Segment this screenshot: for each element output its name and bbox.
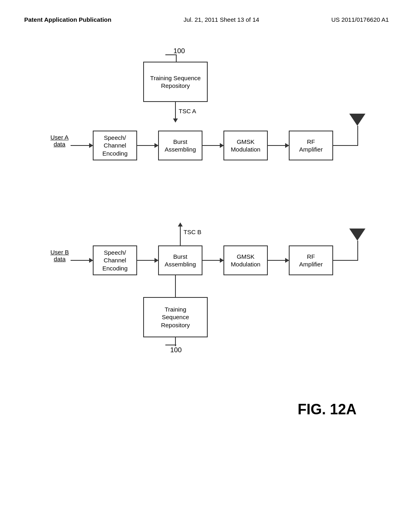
speech-to-burst-b-arrow xyxy=(137,260,158,261)
fig-label: FIG. 12A xyxy=(298,401,357,418)
header-date: Jul. 21, 2011 Sheet 13 of 14 xyxy=(184,16,259,23)
speech-channel-b-box: Speech/ChannelEncoding xyxy=(93,245,137,275)
gmsk-modulation-b-box: GMSKModulation xyxy=(223,245,268,275)
top-repo-box: Training Sequence Repository xyxy=(143,62,208,102)
rf-amplifier-b-box: RFAmplifier xyxy=(289,245,333,275)
gmsk-modulation-a-box: GMSKModulation xyxy=(223,131,268,160)
diagram-area: 100 Training Sequence Repository TSC A U… xyxy=(24,47,389,490)
bot-repo-tick xyxy=(165,345,176,345)
page: Patent Application Publication Jul. 21, … xyxy=(0,0,413,532)
user-b-arrow xyxy=(71,260,93,261)
tsc-a-arrow xyxy=(175,102,176,122)
gmsk-to-rf-b-arrow xyxy=(268,260,289,261)
bot-repo-to-tsc-b-line xyxy=(175,275,176,297)
burst-assembling-a-box: BurstAssembling xyxy=(158,131,202,160)
burst-assembling-b-box: BurstAssembling xyxy=(158,245,202,275)
top-repo-tick xyxy=(165,54,176,55)
top-repo-number-label: 100 xyxy=(173,47,185,55)
header-publication: Patent Application Publication xyxy=(24,16,111,23)
rf-to-antenna-a-line xyxy=(333,145,357,146)
burst-to-gmsk-a-arrow xyxy=(202,145,223,146)
page-header: Patent Application Publication Jul. 21, … xyxy=(24,16,389,23)
speech-channel-a-box: Speech/ChannelEncoding xyxy=(93,131,137,160)
user-a-label: User Adata xyxy=(50,134,69,148)
tsc-b-label: TSC B xyxy=(184,229,201,235)
antenna-b-v-line xyxy=(357,241,358,261)
bot-repo-number-label: 100 xyxy=(170,346,181,354)
antenna-b-symbol xyxy=(349,229,365,241)
bottom-repo-box: TrainingSequenceRepository xyxy=(143,297,208,337)
user-a-arrow xyxy=(71,145,93,146)
gmsk-to-rf-a-arrow xyxy=(268,145,289,146)
antenna-a-v-line xyxy=(357,126,358,146)
speech-to-burst-a-arrow xyxy=(137,145,158,146)
rf-to-antenna-b-line xyxy=(333,260,357,261)
header-patent: US 2011/0176620 A1 xyxy=(331,16,389,23)
user-b-label: User Bdata xyxy=(50,249,69,262)
burst-to-gmsk-b-arrow xyxy=(202,260,223,261)
antenna-a-symbol xyxy=(349,114,365,126)
rf-amplifier-a-box: RFAmplifier xyxy=(289,131,333,160)
tsc-b-arrow xyxy=(180,223,181,245)
tsc-a-label: TSC A xyxy=(179,108,196,114)
top-repo-connector xyxy=(176,54,177,62)
